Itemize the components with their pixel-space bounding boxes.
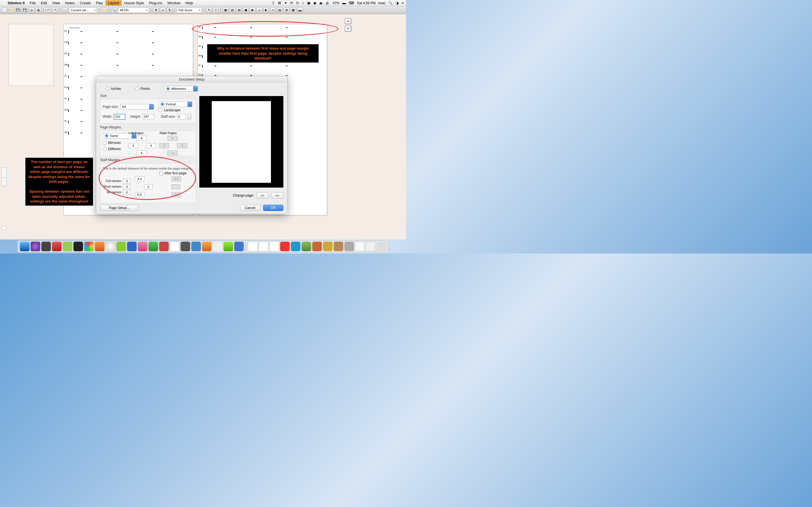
margin-right-l[interactable]: [146, 143, 156, 148]
left-palette-2[interactable]: [1, 177, 6, 186]
thumbnail-page[interactable]: [8, 24, 54, 86]
menu-notes[interactable]: Notes: [63, 0, 77, 6]
notifications-icon[interactable]: ≡: [402, 1, 404, 5]
app-dock-7[interactable]: [106, 242, 115, 251]
units-inches-radio[interactable]: Inches: [106, 86, 121, 92]
margin-bot-l[interactable]: [137, 151, 147, 156]
dock-doc-3[interactable]: [269, 242, 279, 251]
volume-icon[interactable]: 🔊: [325, 1, 330, 5]
video-button[interactable]: ▭: [270, 7, 276, 13]
app-dock-17[interactable]: [213, 242, 222, 251]
margin-right-r[interactable]: [177, 143, 187, 148]
nav-button[interactable]: ▨: [277, 7, 283, 13]
redo-button[interactable]: ↷: [52, 7, 58, 13]
zoom-tool[interactable]: 🔍: [111, 7, 117, 13]
input-icon[interactable]: ⌨: [349, 1, 354, 5]
portrait-radio[interactable]: Portrait: [158, 101, 192, 107]
versions-button[interactable]: ⬚: [62, 7, 68, 13]
trash-icon[interactable]: [377, 242, 386, 251]
app-dock-12[interactable]: [159, 242, 169, 251]
panel-2[interactable]: ▥: [230, 7, 235, 13]
undo-button[interactable]: ↶: [45, 7, 51, 13]
dock-doc-6[interactable]: [302, 242, 311, 251]
menu-view[interactable]: View: [50, 0, 63, 6]
menu-create[interactable]: Create: [77, 0, 93, 6]
export-button[interactable]: ◎: [29, 7, 35, 13]
menu-housestyle[interactable]: House Style: [121, 0, 146, 6]
app-dock-18[interactable]: [223, 242, 233, 251]
transpose-button[interactable]: ≡: [160, 7, 165, 13]
menu-plugins[interactable]: Plug-ins: [146, 0, 165, 6]
margin-top-l[interactable]: [137, 136, 147, 141]
margin-top-r[interactable]: [167, 136, 177, 141]
app-dock-2[interactable]: [42, 242, 51, 251]
save-button[interactable]: 💾: [15, 7, 21, 13]
menu-window[interactable]: Window: [165, 0, 183, 6]
menu-layout[interactable]: Layout: [105, 0, 121, 6]
app-dock-15[interactable]: [192, 242, 201, 251]
height-input[interactable]: [143, 114, 154, 119]
dock-doc-4[interactable]: [280, 242, 290, 251]
dock-doc-2[interactable]: [259, 242, 268, 251]
app-dock-4[interactable]: [63, 242, 72, 251]
landscape-radio[interactable]: Landscape: [158, 108, 192, 112]
menu-edit[interactable]: Edit: [38, 0, 50, 6]
units-mm-radio[interactable]: Millimeters: [164, 86, 198, 92]
width-input[interactable]: [114, 114, 125, 119]
version-select[interactable]: Current ver...: [69, 7, 97, 13]
battery-status[interactable]: 47%: [333, 1, 340, 5]
margin-left-l[interactable]: [128, 143, 138, 148]
annotate-button[interactable]: ✎: [206, 7, 212, 13]
staff-size-stepper[interactable]: [188, 114, 192, 119]
eject-icon[interactable]: ⏏: [319, 1, 322, 5]
app-dock-8[interactable]: [116, 242, 126, 251]
dock-doc-10[interactable]: [345, 242, 354, 251]
keypad-button[interactable]: ⊞: [284, 7, 289, 13]
panel-3[interactable]: ▤: [236, 7, 242, 13]
dropbox-icon[interactable]: ⇪: [272, 1, 275, 5]
app-icon[interactable]: ✦: [284, 1, 287, 5]
bluetooth-icon[interactable]: ᚼ: [302, 1, 304, 5]
folder-button[interactable]: 📁: [101, 7, 107, 13]
dock-doc-9[interactable]: [334, 242, 343, 251]
chrome-icon[interactable]: [84, 242, 94, 251]
app-dock-11[interactable]: [149, 242, 158, 251]
units-points-radio[interactable]: Points: [135, 86, 150, 92]
siri-icon[interactable]: ◑: [396, 1, 399, 5]
user-menu[interactable]: imac: [378, 1, 386, 5]
cancel-button[interactable]: Cancel: [240, 205, 260, 211]
dock-doc-7[interactable]: [312, 242, 322, 251]
palette-h-button[interactable]: H: [345, 25, 351, 31]
keyboard-button[interactable]: ▬: [297, 7, 303, 13]
app-dock-10[interactable]: [138, 242, 147, 251]
dock-doc-8[interactable]: [323, 242, 333, 251]
play-button[interactable]: ▶: [250, 7, 255, 13]
app-dock-14[interactable]: [181, 242, 190, 251]
app-dock-9[interactable]: [127, 242, 137, 251]
menu-file[interactable]: File: [28, 0, 38, 6]
left-palette-3[interactable]: [1, 226, 6, 230]
print-button[interactable]: 🖶: [36, 7, 41, 13]
next-page-button[interactable]: >>: [271, 192, 283, 199]
app-dock-16[interactable]: [202, 242, 212, 251]
app-dock-13[interactable]: [170, 242, 180, 251]
ideas-button[interactable]: ◐: [263, 7, 269, 13]
fretboard-button[interactable]: ▦: [290, 7, 296, 13]
timemachine-icon[interactable]: ↻: [296, 1, 299, 5]
spotlight-icon[interactable]: 🔍: [388, 1, 393, 5]
menu-help[interactable]: Help: [183, 0, 196, 6]
dock-doc-1[interactable]: [248, 242, 258, 251]
sync-icon[interactable]: ⟳: [290, 1, 293, 5]
floating-palette[interactable]: A H: [345, 18, 351, 33]
wifi-icon[interactable]: ◉: [313, 1, 316, 5]
help-button[interactable]: ?: [213, 7, 218, 13]
page-setup-button[interactable]: Page Setup...: [100, 205, 138, 211]
dock[interactable]: [17, 240, 389, 252]
finder-icon[interactable]: [20, 242, 30, 251]
dock-doc-5[interactable]: [291, 242, 301, 251]
arrange-button[interactable]: ⇅: [167, 7, 172, 13]
battery-icon[interactable]: ▬: [342, 1, 346, 5]
margin-bot-r[interactable]: [167, 151, 177, 156]
page-size-select[interactable]: A4▾: [120, 104, 154, 110]
zoom-select[interactable]: 44.5%: [118, 7, 149, 13]
